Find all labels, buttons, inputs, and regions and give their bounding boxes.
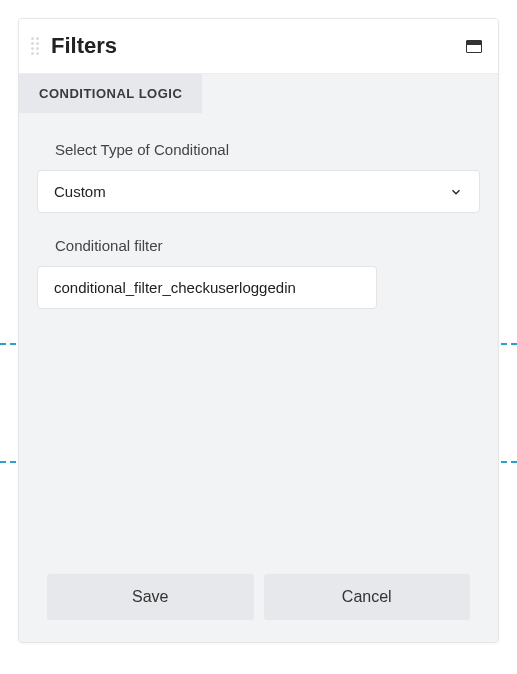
panel-title: Filters xyxy=(51,33,466,59)
field-group-filter: Conditional filter xyxy=(37,237,480,309)
tab-conditional-logic[interactable]: CONDITIONAL LOGIC xyxy=(19,74,202,113)
filter-label: Conditional filter xyxy=(37,237,480,254)
field-group-type: Select Type of Conditional Custom xyxy=(37,141,480,213)
filter-input[interactable] xyxy=(37,266,377,309)
type-select[interactable]: Custom xyxy=(37,170,480,213)
tab-bar: CONDITIONAL LOGIC xyxy=(19,74,498,113)
type-select-value: Custom xyxy=(54,183,106,200)
panel-body: Select Type of Conditional Custom Condit… xyxy=(19,113,498,642)
chevron-down-icon xyxy=(449,185,463,199)
save-button[interactable]: Save xyxy=(47,574,254,620)
filters-panel: Filters CONDITIONAL LOGIC Select Type of… xyxy=(18,18,499,643)
drag-handle-icon[interactable] xyxy=(29,34,41,58)
window-icon[interactable] xyxy=(466,40,482,53)
cancel-button[interactable]: Cancel xyxy=(264,574,471,620)
type-label: Select Type of Conditional xyxy=(37,141,480,158)
panel-header: Filters xyxy=(19,19,498,74)
button-row: Save Cancel xyxy=(37,574,480,624)
